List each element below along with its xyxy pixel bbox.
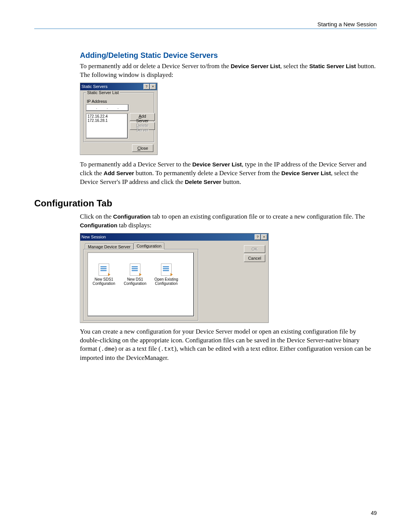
heading-configuration-tab: Configuration Tab xyxy=(34,198,377,209)
ip-address-label: IP Address xyxy=(87,99,151,104)
group-legend: Static Server List xyxy=(86,90,120,95)
dialog-title: New Session xyxy=(81,235,106,239)
list-item[interactable]: 172.16.28.1 xyxy=(88,118,126,123)
para-intro-1: To permanently add or delete a Device Se… xyxy=(80,62,377,80)
new-session-dialog: New Session ? × Manage Device Server Con… xyxy=(80,233,269,323)
new-sds1-config-icon[interactable]: New SDS1 Configuration xyxy=(90,264,118,314)
para-config-2: You can create a new configuration for y… xyxy=(80,328,377,363)
ok-button[interactable]: OK xyxy=(244,245,265,253)
page-header: Starting a New Session xyxy=(34,21,377,29)
tabs: Manage Device Server Configuration xyxy=(85,243,265,249)
icon-area: New SDS1 Configuration New DS1 Configura… xyxy=(88,252,194,316)
open-existing-config-icon[interactable]: Open Existing Configuration xyxy=(153,264,180,314)
dialog-titlebar: Static Servers ? × xyxy=(80,83,157,90)
server-listbox[interactable]: 172.16.22.4 172.16.28.1 xyxy=(86,113,128,139)
close-button[interactable]: Close xyxy=(132,144,153,152)
document-icon xyxy=(161,264,172,276)
ip-address-input[interactable]: ... xyxy=(86,104,129,111)
close-icon[interactable]: × xyxy=(150,84,156,89)
page-number: 49 xyxy=(371,510,377,516)
list-item[interactable]: 172.16.22.4 xyxy=(88,114,126,118)
document-icon xyxy=(99,264,109,276)
static-servers-dialog: Static Servers ? × Static Server List IP… xyxy=(80,83,158,155)
add-server-button[interactable]: Add Server xyxy=(130,113,155,121)
help-icon[interactable]: ? xyxy=(143,84,150,89)
tab-pane: New SDS1 Configuration New DS1 Configura… xyxy=(83,249,198,321)
delete-server-button[interactable]: Delete Server xyxy=(130,122,155,130)
close-icon[interactable]: × xyxy=(261,234,267,240)
heading-adding-deleting: Adding/Deleting Static Device Servers xyxy=(80,51,377,60)
dialog-title: Static Servers xyxy=(81,84,107,89)
document-icon xyxy=(130,264,140,276)
para-config-1: Click on the Configuration tab to open a… xyxy=(80,212,377,230)
tab-configuration[interactable]: Configuration xyxy=(134,243,164,249)
header-right-text: Starting a New Session xyxy=(317,21,377,27)
new-ds1-config-icon[interactable]: New DS1 Configuration xyxy=(121,264,149,314)
dialog-titlebar: New Session ? × xyxy=(80,233,268,241)
cancel-button[interactable]: Cancel xyxy=(244,254,265,262)
para-intro-2: To permanently add a Device Server to th… xyxy=(80,160,377,187)
help-icon[interactable]: ? xyxy=(255,234,261,240)
